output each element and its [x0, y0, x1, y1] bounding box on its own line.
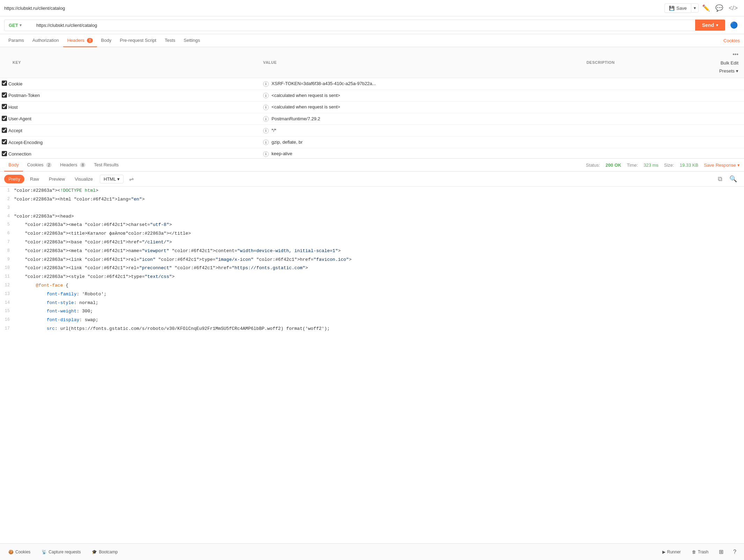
table-row: Acceptℹ*/*: [0, 125, 744, 137]
line-number: 6: [0, 229, 14, 237]
code-line: 3: [0, 204, 744, 212]
send-dropdown-icon: ▾: [716, 23, 718, 28]
table-row: Accept-Encodingℹgzip, deflate, br: [0, 136, 744, 148]
row-checkbox[interactable]: [2, 128, 7, 133]
row-checkbox[interactable]: [2, 92, 7, 98]
tab-headers-badge: 8: [87, 38, 92, 43]
capture-requests-label: Capture requests: [49, 550, 81, 554]
info-icon[interactable]: ℹ: [263, 128, 269, 134]
wrap-lines-button[interactable]: ⇌: [126, 174, 136, 184]
code-line: 11 "color:#22863a"><style "color:#6f42c1…: [0, 273, 744, 281]
table-row: Connectionℹkeep-alive: [0, 148, 744, 159]
line-content: "color:#22863a"><meta "color:#6f42c1">ch…: [14, 221, 744, 229]
view-raw-button[interactable]: Raw: [26, 175, 43, 183]
code-icon-button[interactable]: </>: [727, 2, 740, 14]
copy-button[interactable]: ⧉: [715, 174, 725, 184]
line-number: 13: [0, 290, 14, 298]
save-dropdown-button[interactable]: ▾: [691, 3, 699, 13]
row-key: Host: [8, 101, 259, 113]
tab-body[interactable]: Body: [97, 34, 116, 47]
row-actions: [712, 113, 744, 125]
line-content: font-style: normal;: [14, 299, 744, 308]
line-number: 2: [0, 195, 14, 203]
table-row: Postman-Tokenℹ<calculated when request i…: [0, 90, 744, 101]
row-checkbox[interactable]: [2, 81, 7, 86]
search-button[interactable]: 🔍: [727, 174, 740, 184]
save-response-button[interactable]: Save Response ▾: [704, 162, 740, 168]
row-value-text: <calculated when request is sent>: [271, 93, 340, 98]
trash-button[interactable]: 🗑 Trash: [689, 548, 711, 556]
tab-pre-request-script[interactable]: Pre-request Script: [116, 34, 161, 47]
row-value: ℹ<calculated when request is sent>: [259, 101, 582, 113]
size-label: Size:: [664, 162, 674, 168]
row-value: ℹ<calculated when request is sent>: [259, 90, 582, 101]
response-status-bar: Status: 200 OK Time: 323 ms Size: 19.33 …: [586, 162, 740, 168]
code-line: 10 "color:#22863a"><link "color:#6f42c1"…: [0, 264, 744, 273]
response-tabs: Body Cookies 2 Headers 8 Test Results St…: [0, 159, 744, 172]
grid-icon-button[interactable]: ⊞: [717, 546, 726, 557]
col-header-value: VALUE: [259, 47, 582, 78]
runner-button[interactable]: ▶ Runner: [660, 548, 684, 556]
line-number: 9: [0, 256, 14, 264]
method-selector[interactable]: GET ▾: [4, 20, 32, 31]
view-preview-button[interactable]: Preview: [45, 175, 69, 183]
row-value: ℹkeep-alive: [259, 148, 582, 159]
top-bar-actions: 💾 Save ▾ ✏️ 💬 </>: [664, 2, 740, 14]
info-icon[interactable]: ℹ: [263, 139, 269, 145]
response-tab-body[interactable]: Body: [4, 159, 23, 172]
row-description: [582, 78, 712, 90]
code-line: 4"color:#22863a"><head>: [0, 212, 744, 221]
view-pretty-button[interactable]: Pretty: [4, 175, 24, 183]
cookies-bottom-label: Cookies: [15, 550, 30, 554]
edit-icon-button[interactable]: ✏️: [700, 2, 712, 14]
row-checkbox[interactable]: [2, 139, 7, 144]
line-content: font-family: 'Roboto';: [14, 290, 744, 299]
view-visualize-button[interactable]: Visualize: [70, 175, 97, 183]
table-row: User-AgentℹPostmanRuntime/7.29.2: [0, 113, 744, 125]
bootcamp-button[interactable]: 🎓 Bootcamp: [89, 548, 120, 556]
code-line: 17 src: url(https://fonts.gstatic.com/s/…: [0, 325, 744, 333]
row-checkbox[interactable]: [2, 151, 7, 156]
tab-authorization[interactable]: Authorization: [28, 34, 63, 47]
cookies-bottom-button[interactable]: 🍪 Cookies: [6, 548, 33, 556]
response-tab-cookies[interactable]: Cookies 2: [23, 159, 56, 172]
send-button[interactable]: Send ▾: [695, 20, 725, 31]
row-checkbox[interactable]: [2, 116, 7, 121]
help-icon-button[interactable]: ?: [731, 547, 738, 557]
capture-icon: 📡: [42, 550, 47, 554]
language-selector[interactable]: HTML ▾: [100, 175, 124, 183]
bulk-edit-button[interactable]: Bulk Edit: [718, 59, 741, 67]
response-tab-headers-label: Headers: [60, 162, 77, 167]
cookies-icon-button[interactable]: 🔵: [728, 19, 740, 31]
headers-table: KEY VALUE DESCRIPTION ••• Bulk Edit Pres…: [0, 47, 744, 159]
code-area: 1"color:#22863a"><!DOCTYPE html>2"color:…: [0, 187, 744, 543]
row-checkbox[interactable]: [2, 104, 7, 109]
url-input[interactable]: [32, 20, 695, 31]
row-value-text: keep-alive: [271, 151, 292, 156]
cookies-link[interactable]: Cookies: [723, 38, 740, 43]
tab-headers[interactable]: Headers 8: [63, 34, 97, 47]
row-value: ℹgzip, deflate, br: [259, 136, 582, 148]
response-tab-headers[interactable]: Headers 8: [56, 159, 90, 172]
info-icon[interactable]: ℹ: [263, 116, 269, 122]
more-options-button[interactable]: •••: [730, 50, 741, 59]
row-description: [582, 148, 712, 159]
response-tab-cookies-badge: 2: [46, 162, 52, 167]
info-icon[interactable]: ℹ: [263, 81, 269, 87]
tab-settings[interactable]: Settings: [179, 34, 204, 47]
language-arrow-icon: ▾: [117, 176, 120, 182]
save-main-button[interactable]: 💾 Save: [664, 3, 691, 13]
capture-requests-button[interactable]: 📡 Capture requests: [39, 548, 83, 556]
presets-button[interactable]: Presets ▾: [716, 67, 741, 75]
code-line: 16 font-display: swap;: [0, 316, 744, 325]
tab-tests[interactable]: Tests: [161, 34, 179, 47]
response-tab-test-results[interactable]: Test Results: [90, 159, 123, 172]
line-content: "color:#22863a"><html "color:#6f42c1">la…: [14, 195, 744, 204]
info-icon[interactable]: ℹ: [263, 105, 269, 110]
comment-icon-button[interactable]: 💬: [713, 2, 725, 14]
tab-params[interactable]: Params: [4, 34, 28, 47]
info-icon[interactable]: ℹ: [263, 93, 269, 98]
col-header-key: KEY: [8, 47, 259, 78]
info-icon[interactable]: ℹ: [263, 151, 269, 157]
status-label: Status:: [586, 162, 600, 168]
